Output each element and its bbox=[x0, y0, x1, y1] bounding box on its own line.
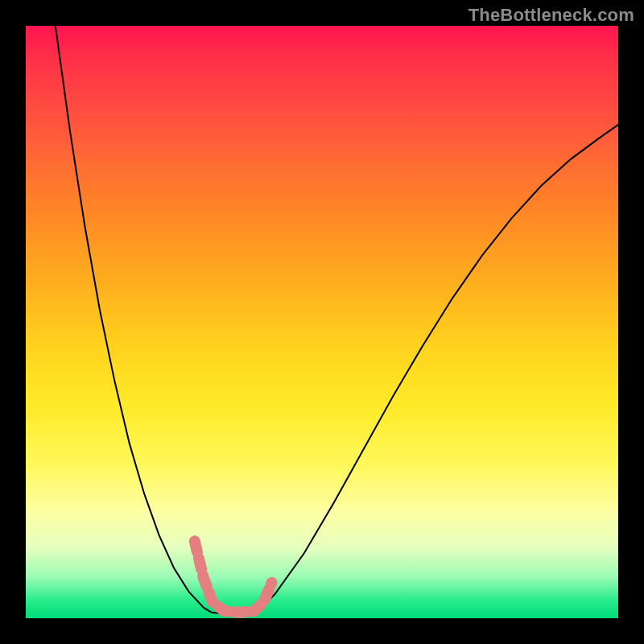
curve-left bbox=[56, 26, 212, 613]
watermark-text: TheBottleneck.com bbox=[469, 5, 634, 26]
plot-area bbox=[26, 26, 618, 618]
valley-highlight bbox=[195, 541, 272, 612]
curve-right bbox=[256, 125, 618, 613]
chart-svg bbox=[26, 26, 618, 618]
